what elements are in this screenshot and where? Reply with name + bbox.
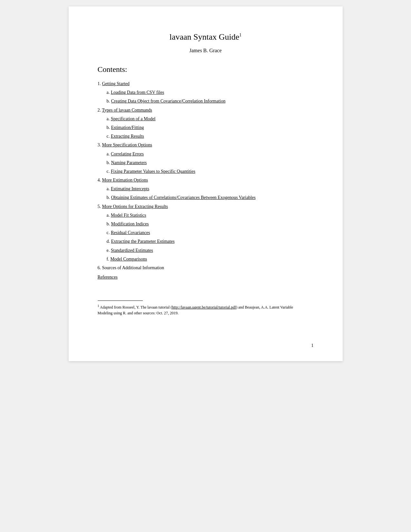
toc-link-model-fit[interactable]: Model Fit Statistics [111, 213, 146, 218]
toc-link-creating-data-object[interactable]: Creating Data Object from Covariance/Cor… [111, 99, 226, 103]
toc-link-getting-started[interactable]: Getting Started [102, 81, 130, 86]
toc-number-1: 1. [98, 81, 102, 86]
toc-number-5: 5. [98, 204, 102, 209]
toc-item-1: 1. Getting Started [98, 80, 314, 88]
toc-subitem-3b: b. Naming Parameters [107, 159, 314, 167]
toc-subitem-2a: a. Specification of a Model [107, 115, 314, 123]
toc-link-residual-covariances[interactable]: Residual Covariances [111, 230, 150, 235]
toc-subitem-4b: b. Obtaining Estimates of Correlations/C… [107, 193, 314, 202]
toc-subitem-5d: d. Extracting the Parameter Estimates [107, 237, 314, 245]
toc-link-extracting-results[interactable]: Extracting Results [111, 134, 144, 139]
toc-number-2: 2. [98, 108, 102, 113]
toc-link-correlating-errors[interactable]: Correlating Errors [111, 152, 144, 156]
toc-letter-5b: b. [107, 222, 111, 226]
toc-number-4: 4. [98, 178, 102, 182]
toc-subitem-2b: b. Estimation/Fitting [107, 123, 314, 132]
toc-letter-5a: a. [107, 213, 111, 218]
table-of-contents: 1. Getting Started a. Loading Data from … [98, 80, 314, 281]
author: James B. Grace [98, 48, 314, 54]
toc-letter-2c: c. [107, 134, 111, 139]
toc-link-standardized-estimates[interactable]: Standardized Estimates [111, 248, 153, 253]
toc-letter-4a: a. [107, 186, 111, 191]
toc-number-6: 6. Sources of Additional Information [98, 265, 164, 270]
footnote-divider [98, 300, 143, 301]
toc-link-model-comparisons[interactable]: Model Comparisons [110, 257, 147, 261]
toc-subitem-5e: e. Standardized Estimates [107, 246, 314, 254]
toc-letter-1b: b. [107, 99, 111, 103]
toc-subitem-5a: a. Model Fit Statistics [107, 211, 314, 219]
toc-item-2: 2. Types of lavaan Commands [98, 106, 314, 114]
page: lavaan Syntax Guide1 James B. Grace Cont… [69, 6, 343, 361]
toc-subitem-5c: c. Residual Covariances [107, 229, 314, 237]
footnote: 1 Adapted from Rosseel, Y. The lavaan tu… [98, 303, 298, 316]
toc-letter-5f: f. [107, 257, 111, 261]
toc-link-obtaining-estimates[interactable]: Obtaining Estimates of Correlations/Cova… [111, 195, 256, 200]
toc-subitem-1a: a. Loading Data from CSV files [107, 88, 314, 96]
footnote-link[interactable]: http://lavaan.ugent.be/tutorial/tutorial… [172, 305, 236, 310]
toc-link-fixing-parameter[interactable]: Fixing Parameter Values to Specific Quan… [111, 169, 195, 174]
toc-link-estimation-fitting[interactable]: Estimation/Fitting [111, 125, 144, 130]
toc-letter-2b: b. [107, 125, 111, 130]
page-number: 1 [311, 343, 314, 348]
toc-item-5: 5. More Options for Extracting Results [98, 202, 314, 211]
footnote-superscript: 1 [98, 304, 99, 308]
toc-link-more-estimation[interactable]: More Estimation Options [102, 178, 148, 182]
toc-letter-5d: d. [107, 239, 111, 244]
toc-letter-4b: b. [107, 195, 111, 200]
toc-subitem-5f: f. Model Comparisons [107, 255, 314, 263]
toc-link-naming-parameters[interactable]: Naming Parameters [111, 160, 147, 165]
toc-link-references[interactable]: References [98, 275, 118, 280]
toc-subitem-3c: c. Fixing Parameter Values to Specific Q… [107, 167, 314, 175]
toc-link-types-lavaan[interactable]: Types of lavaan Commands [102, 108, 152, 113]
toc-link-extracting-parameter-estimates[interactable]: Extracting the Parameter Estimates [111, 239, 175, 244]
footnote-text-part1: Adapted from Rosseel, Y. The lavaan tuto… [100, 305, 172, 310]
toc-subitem-1b: b. Creating Data Object from Covariance/… [107, 97, 314, 105]
toc-letter-3a: a. [107, 152, 111, 156]
toc-item-4: 4. More Estimation Options [98, 176, 314, 184]
toc-item-3: 3. More Specification Options [98, 141, 314, 149]
contents-heading: Contents: [98, 65, 314, 74]
toc-letter-1a: a. [107, 90, 111, 95]
toc-letter-5e: e. [107, 248, 111, 253]
toc-references: References [98, 273, 314, 281]
toc-subitem-5b: b. Modification Indices [107, 220, 314, 228]
toc-link-estimating-intercepts[interactable]: Estimating Intercepts [111, 186, 149, 191]
toc-number-3: 3. [98, 143, 102, 147]
toc-subitem-3a: a. Correlating Errors [107, 150, 314, 158]
toc-item-6: 6. Sources of Additional Information [98, 264, 314, 272]
toc-letter-3c: c. [107, 169, 111, 174]
toc-link-more-specification[interactable]: More Specification Options [102, 143, 152, 147]
toc-link-loading-data[interactable]: Loading Data from CSV files [111, 90, 164, 95]
toc-subitem-4a: a. Estimating Intercepts [107, 185, 314, 193]
toc-link-more-options-extracting[interactable]: More Options for Extracting Results [102, 204, 168, 209]
toc-letter-3b: b. [107, 160, 111, 165]
toc-subitem-2c: c. Extracting Results [107, 132, 314, 140]
toc-letter-2a: a. [107, 116, 111, 121]
toc-letter-5c: c. [107, 230, 111, 235]
toc-link-modification-indices[interactable]: Modification Indices [111, 222, 149, 226]
page-title: lavaan Syntax Guide1 [98, 32, 314, 42]
toc-link-specification-model[interactable]: Specification of a Model [111, 116, 156, 121]
